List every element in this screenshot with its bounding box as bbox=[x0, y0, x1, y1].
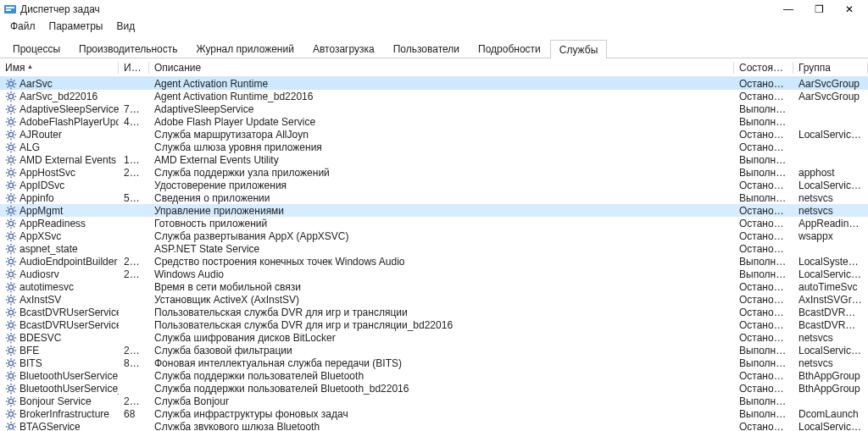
table-row[interactable]: BcastDVRUserServiceПользовательская служ… bbox=[0, 306, 868, 318]
svg-point-84 bbox=[8, 196, 13, 200]
tab-users[interactable]: Пользователи bbox=[384, 39, 469, 58]
header-pid[interactable]: ИД п... bbox=[119, 59, 149, 76]
svg-line-152 bbox=[8, 283, 8, 284]
service-state: Остановлено bbox=[734, 370, 793, 382]
service-name: BTAGService bbox=[19, 421, 81, 431]
svg-point-237 bbox=[8, 412, 13, 416]
table-row[interactable]: BITS8420Фоновая интеллектуальная служба … bbox=[0, 356, 868, 369]
service-pid: 1556 bbox=[119, 154, 149, 166]
service-group: DcomLaunch bbox=[793, 408, 868, 420]
minimize-button[interactable]: — bbox=[773, 0, 804, 19]
service-state: Остановлено bbox=[734, 218, 793, 229]
gear-icon bbox=[5, 319, 17, 331]
tab-bar: Процессы Производительность Журнал прило… bbox=[0, 39, 868, 58]
service-description: ASP.NET State Service bbox=[149, 243, 734, 255]
table-row[interactable]: autotimesvcВремя в сети мобильной связиО… bbox=[0, 280, 868, 293]
table-row[interactable]: AppHostSvc2268Служба поддержки узла прил… bbox=[0, 166, 868, 179]
header-state[interactable]: Состояние bbox=[734, 59, 793, 76]
service-state: Выполняется bbox=[734, 256, 793, 268]
menu-view[interactable]: Вид bbox=[109, 19, 142, 36]
svg-line-144 bbox=[14, 277, 14, 278]
table-row[interactable]: Bonjour Service2156Служба BonjourВыполня… bbox=[0, 395, 868, 407]
table-row[interactable]: AdaptiveSleepService7936AdaptiveSleepSer… bbox=[0, 102, 868, 115]
header-description[interactable]: Описание bbox=[149, 59, 734, 76]
svg-line-26 bbox=[8, 105, 8, 106]
service-group: LocalServiceN... bbox=[793, 345, 868, 356]
table-row[interactable]: AppReadinessГотовность приложенийОстанов… bbox=[0, 217, 868, 229]
table-row[interactable]: BrokerInfrastructure68Служба инфраструкт… bbox=[0, 407, 868, 420]
table-row[interactable]: BluetoothUserServiceСлужба поддержки пол… bbox=[0, 369, 868, 382]
gear-icon bbox=[5, 91, 17, 102]
maximize-button[interactable]: ❐ bbox=[804, 0, 834, 19]
svg-line-254 bbox=[14, 423, 14, 423]
menu-options[interactable]: Параметры bbox=[42, 19, 110, 36]
table-row[interactable]: AppIDSvcУдостоверение приложенияОстановл… bbox=[0, 179, 868, 191]
svg-point-75 bbox=[8, 183, 13, 187]
menu-file[interactable]: Файл bbox=[3, 19, 42, 36]
table-row[interactable]: BTAGServiceСлужба звукового шлюза Blueto… bbox=[0, 420, 868, 430]
gear-icon bbox=[5, 332, 17, 344]
table-row[interactable]: AxInstSVУстановщик ActiveX (AxInstSV)Ост… bbox=[0, 293, 868, 306]
table-row[interactable]: Audiosrv2272Windows AudioВыполняетсяLoca… bbox=[0, 268, 868, 280]
tab-services[interactable]: Службы bbox=[550, 40, 607, 58]
service-description: Служба Bonjour bbox=[149, 395, 734, 407]
tab-details[interactable]: Подробности bbox=[469, 39, 550, 58]
service-description: Служба маршрутизатора AllJoyn bbox=[149, 129, 734, 141]
sort-indicator-icon: ▲ bbox=[26, 63, 33, 70]
table-row[interactable]: AdobeFlashPlayerUpdateSvc4680Adobe Flash… bbox=[0, 115, 868, 128]
service-state: Остановлено bbox=[734, 421, 793, 431]
tab-startup[interactable]: Автозагрузка bbox=[303, 39, 384, 58]
tab-performance[interactable]: Производительность bbox=[70, 39, 186, 58]
service-description: Служба развертывания AppX (AppXSVC) bbox=[149, 230, 734, 242]
service-group: LocalServiceNE... bbox=[793, 180, 868, 191]
table-row[interactable]: AppMgmtУправление приложениямиОстановлен… bbox=[0, 204, 868, 217]
gear-icon bbox=[5, 395, 17, 407]
tab-app-history[interactable]: Журнал приложений bbox=[187, 39, 303, 58]
svg-line-107 bbox=[8, 219, 8, 220]
service-state: Остановлено bbox=[734, 141, 793, 153]
service-state: Выполняется bbox=[734, 357, 793, 369]
window-title: Диспетчер задач bbox=[20, 3, 773, 15]
service-description: Сведения о приложении bbox=[149, 192, 734, 204]
service-state: Остановлено bbox=[734, 78, 793, 90]
close-button[interactable]: ✕ bbox=[834, 0, 865, 19]
table-row[interactable]: AJRouterСлужба маршрутизатора AllJoynОст… bbox=[0, 128, 868, 141]
table-row[interactable]: AudioEndpointBuilder2116Средство построе… bbox=[0, 255, 868, 268]
table-row[interactable]: Appinfo5536Сведения о приложенииВыполняе… bbox=[0, 191, 868, 204]
table-row[interactable]: aspnet_stateASP.NET State ServiceОстанов… bbox=[0, 242, 868, 255]
table-row[interactable]: AMD External Events Utility1556AMD Exter… bbox=[0, 153, 868, 166]
service-group: netsvcs bbox=[793, 205, 868, 217]
service-state: Выполняется bbox=[734, 192, 793, 204]
service-pid: 2116 bbox=[119, 256, 149, 268]
gear-icon bbox=[5, 230, 17, 242]
svg-line-209 bbox=[14, 359, 14, 360]
service-name: BITS bbox=[19, 357, 42, 369]
table-row[interactable]: BluetoothUserService_bd22...Служба подде… bbox=[0, 382, 868, 395]
table-row[interactable]: AarSvc_bd22016Agent Activation Runtime_b… bbox=[0, 90, 868, 102]
menu-bar: Файл Параметры Вид bbox=[0, 19, 868, 36]
table-row[interactable]: AarSvcAgent Activation RuntimeОстановлен… bbox=[0, 77, 868, 90]
svg-line-217 bbox=[8, 379, 8, 379]
service-state: Остановлено bbox=[734, 243, 793, 255]
service-state: Выполняется bbox=[734, 154, 793, 166]
services-list[interactable]: AarSvcAgent Activation RuntimeОстановлен… bbox=[0, 77, 868, 430]
gear-icon bbox=[5, 370, 17, 382]
table-row[interactable]: ALGСлужба шлюза уровня приложенияОстанов… bbox=[0, 141, 868, 153]
svg-point-192 bbox=[8, 348, 13, 352]
svg-line-89 bbox=[8, 194, 8, 195]
svg-line-243 bbox=[14, 417, 14, 417]
table-row[interactable]: AppXSvcСлужба развертывания AppX (AppXSV… bbox=[0, 229, 868, 242]
table-row[interactable]: BcastDVRUserService_bd2...Пользовательск… bbox=[0, 318, 868, 331]
svg-line-162 bbox=[14, 302, 14, 303]
gear-icon bbox=[5, 180, 17, 191]
svg-line-100 bbox=[8, 213, 8, 214]
table-row[interactable]: BFE2856Служба базовой фильтрацииВыполняе… bbox=[0, 344, 868, 356]
header-group[interactable]: Группа bbox=[793, 59, 868, 76]
table-row[interactable]: BDESVCСлужба шифрования дисков BitLocker… bbox=[0, 331, 868, 344]
svg-line-180 bbox=[14, 328, 14, 329]
header-name[interactable]: Имя ▲ bbox=[0, 59, 119, 76]
tab-processes[interactable]: Процессы bbox=[3, 39, 70, 58]
svg-line-173 bbox=[14, 308, 14, 309]
svg-rect-2 bbox=[6, 9, 11, 11]
svg-line-207 bbox=[14, 366, 14, 367]
